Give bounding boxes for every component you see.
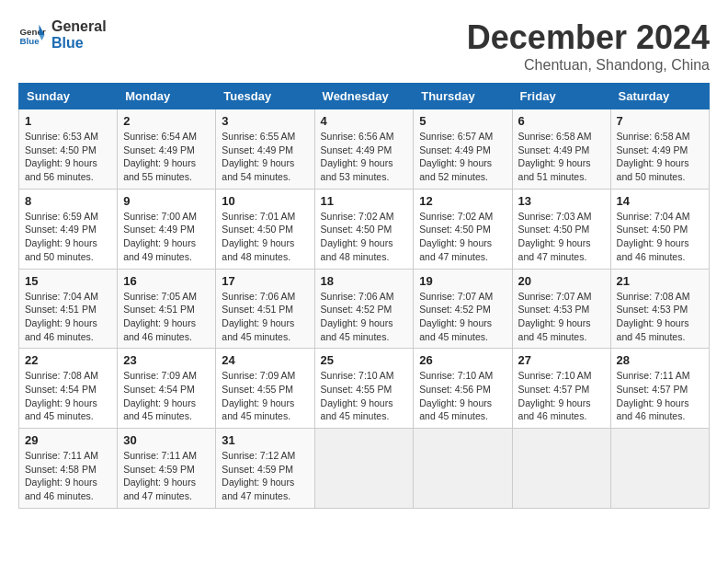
day-number: 18 — [321, 274, 408, 288]
day-number: 27 — [518, 353, 605, 367]
day-number: 10 — [222, 194, 308, 208]
calendar-cell — [512, 429, 610, 509]
calendar-cell: 4Sunrise: 6:56 AM Sunset: 4:49 PM Daylig… — [314, 109, 414, 190]
calendar-cell: 16Sunrise: 7:05 AM Sunset: 4:51 PM Dayli… — [118, 269, 216, 349]
calendar-cell: 18Sunrise: 7:06 AM Sunset: 4:52 PM Dayli… — [314, 269, 414, 349]
day-info: Sunrise: 7:03 AM Sunset: 4:50 PM Dayligh… — [518, 210, 605, 264]
calendar-cell: 8Sunrise: 6:59 AM Sunset: 4:49 PM Daylig… — [19, 189, 118, 269]
day-number: 23 — [123, 353, 210, 367]
day-info: Sunrise: 6:59 AM Sunset: 4:49 PM Dayligh… — [25, 210, 111, 264]
day-number: 31 — [222, 433, 308, 447]
day-info: Sunrise: 7:10 AM Sunset: 4:57 PM Dayligh… — [518, 369, 605, 423]
calendar-week-5: 29Sunrise: 7:11 AM Sunset: 4:58 PM Dayli… — [19, 429, 710, 509]
day-number: 20 — [518, 274, 605, 288]
day-number: 25 — [321, 353, 408, 367]
calendar-cell: 21Sunrise: 7:08 AM Sunset: 4:53 PM Dayli… — [610, 269, 709, 349]
day-info: Sunrise: 7:10 AM Sunset: 4:56 PM Dayligh… — [419, 369, 506, 423]
title-block: December 2024 Chentuan, Shandong, China — [467, 18, 710, 74]
weekday-header-thursday: Thursday — [414, 84, 512, 109]
day-number: 15 — [25, 274, 111, 288]
day-number: 1 — [25, 114, 111, 128]
day-number: 7 — [617, 114, 703, 128]
day-info: Sunrise: 7:02 AM Sunset: 4:50 PM Dayligh… — [419, 210, 506, 264]
calendar-cell: 1Sunrise: 6:53 AM Sunset: 4:50 PM Daylig… — [19, 109, 118, 190]
weekday-header-friday: Friday — [512, 84, 610, 109]
day-info: Sunrise: 7:07 AM Sunset: 4:53 PM Dayligh… — [518, 290, 605, 344]
calendar-week-2: 8Sunrise: 6:59 AM Sunset: 4:49 PM Daylig… — [19, 189, 710, 269]
calendar-cell: 31Sunrise: 7:12 AM Sunset: 4:59 PM Dayli… — [216, 429, 314, 509]
day-number: 30 — [123, 433, 210, 447]
day-info: Sunrise: 7:05 AM Sunset: 4:51 PM Dayligh… — [123, 290, 210, 344]
logo-line1: General — [51, 18, 107, 35]
calendar-cell: 3Sunrise: 6:55 AM Sunset: 4:49 PM Daylig… — [216, 109, 314, 190]
day-number: 13 — [518, 194, 605, 208]
page-header: General Blue General Blue December 2024 … — [18, 18, 710, 74]
day-number: 4 — [321, 114, 408, 128]
day-number: 3 — [222, 114, 308, 128]
weekday-header-wednesday: Wednesday — [314, 84, 414, 109]
calendar-week-3: 15Sunrise: 7:04 AM Sunset: 4:51 PM Dayli… — [19, 269, 710, 349]
calendar-cell: 24Sunrise: 7:09 AM Sunset: 4:55 PM Dayli… — [216, 349, 314, 429]
calendar-cell: 7Sunrise: 6:58 AM Sunset: 4:49 PM Daylig… — [610, 109, 709, 190]
calendar-week-4: 22Sunrise: 7:08 AM Sunset: 4:54 PM Dayli… — [19, 349, 710, 429]
day-info: Sunrise: 6:58 AM Sunset: 4:49 PM Dayligh… — [617, 130, 703, 184]
day-info: Sunrise: 7:12 AM Sunset: 4:59 PM Dayligh… — [222, 449, 308, 503]
day-info: Sunrise: 7:02 AM Sunset: 4:50 PM Dayligh… — [321, 210, 408, 264]
calendar-cell: 27Sunrise: 7:10 AM Sunset: 4:57 PM Dayli… — [512, 349, 610, 429]
day-number: 22 — [25, 353, 111, 367]
day-number: 26 — [419, 353, 506, 367]
calendar-cell: 6Sunrise: 6:58 AM Sunset: 4:49 PM Daylig… — [512, 109, 610, 190]
calendar-cell: 30Sunrise: 7:11 AM Sunset: 4:59 PM Dayli… — [118, 429, 216, 509]
calendar-cell: 10Sunrise: 7:01 AM Sunset: 4:50 PM Dayli… — [216, 189, 314, 269]
day-number: 17 — [222, 274, 308, 288]
day-number: 8 — [25, 194, 111, 208]
day-info: Sunrise: 7:09 AM Sunset: 4:54 PM Dayligh… — [123, 369, 210, 423]
month-title: December 2024 — [467, 18, 710, 57]
day-info: Sunrise: 7:11 AM Sunset: 4:58 PM Dayligh… — [25, 449, 111, 503]
calendar-cell: 13Sunrise: 7:03 AM Sunset: 4:50 PM Dayli… — [512, 189, 610, 269]
calendar-cell: 15Sunrise: 7:04 AM Sunset: 4:51 PM Dayli… — [19, 269, 118, 349]
calendar-cell: 22Sunrise: 7:08 AM Sunset: 4:54 PM Dayli… — [19, 349, 118, 429]
calendar-cell: 11Sunrise: 7:02 AM Sunset: 4:50 PM Dayli… — [314, 189, 414, 269]
weekday-header-saturday: Saturday — [610, 84, 709, 109]
day-number: 6 — [518, 114, 605, 128]
calendar-cell: 23Sunrise: 7:09 AM Sunset: 4:54 PM Dayli… — [118, 349, 216, 429]
calendar-cell — [314, 429, 414, 509]
day-info: Sunrise: 7:04 AM Sunset: 4:51 PM Dayligh… — [25, 290, 111, 344]
day-info: Sunrise: 6:56 AM Sunset: 4:49 PM Dayligh… — [321, 130, 408, 184]
day-number: 29 — [25, 433, 111, 447]
day-info: Sunrise: 6:58 AM Sunset: 4:49 PM Dayligh… — [518, 130, 605, 184]
calendar-cell — [610, 429, 709, 509]
calendar-cell: 2Sunrise: 6:54 AM Sunset: 4:49 PM Daylig… — [118, 109, 216, 190]
weekday-header-sunday: Sunday — [19, 84, 118, 109]
calendar-cell: 14Sunrise: 7:04 AM Sunset: 4:50 PM Dayli… — [610, 189, 709, 269]
calendar-cell — [414, 429, 512, 509]
day-info: Sunrise: 6:53 AM Sunset: 4:50 PM Dayligh… — [25, 130, 111, 184]
day-number: 21 — [617, 274, 703, 288]
calendar-cell: 9Sunrise: 7:00 AM Sunset: 4:49 PM Daylig… — [118, 189, 216, 269]
calendar-cell: 5Sunrise: 6:57 AM Sunset: 4:49 PM Daylig… — [414, 109, 512, 190]
day-number: 28 — [617, 353, 703, 367]
day-info: Sunrise: 7:08 AM Sunset: 4:54 PM Dayligh… — [25, 369, 111, 423]
day-info: Sunrise: 6:55 AM Sunset: 4:49 PM Dayligh… — [222, 130, 308, 184]
day-number: 19 — [419, 274, 506, 288]
day-number: 9 — [123, 194, 210, 208]
weekday-header-tuesday: Tuesday — [216, 84, 314, 109]
calendar-cell: 17Sunrise: 7:06 AM Sunset: 4:51 PM Dayli… — [216, 269, 314, 349]
day-info: Sunrise: 7:06 AM Sunset: 4:52 PM Dayligh… — [321, 290, 408, 344]
logo-line2: Blue — [51, 35, 107, 52]
day-info: Sunrise: 7:06 AM Sunset: 4:51 PM Dayligh… — [222, 290, 308, 344]
calendar-cell: 28Sunrise: 7:11 AM Sunset: 4:57 PM Dayli… — [610, 349, 709, 429]
day-number: 11 — [321, 194, 408, 208]
weekday-header-monday: Monday — [118, 84, 216, 109]
day-number: 24 — [222, 353, 308, 367]
calendar-table: SundayMondayTuesdayWednesdayThursdayFrid… — [18, 83, 710, 509]
day-number: 16 — [123, 274, 210, 288]
day-info: Sunrise: 6:57 AM Sunset: 4:49 PM Dayligh… — [419, 130, 506, 184]
day-info: Sunrise: 7:09 AM Sunset: 4:55 PM Dayligh… — [222, 369, 308, 423]
day-number: 2 — [123, 114, 210, 128]
day-info: Sunrise: 7:08 AM Sunset: 4:53 PM Dayligh… — [617, 290, 703, 344]
day-info: Sunrise: 7:04 AM Sunset: 4:50 PM Dayligh… — [617, 210, 703, 264]
svg-text:Blue: Blue — [20, 35, 40, 45]
logo-icon: General Blue — [18, 21, 46, 49]
